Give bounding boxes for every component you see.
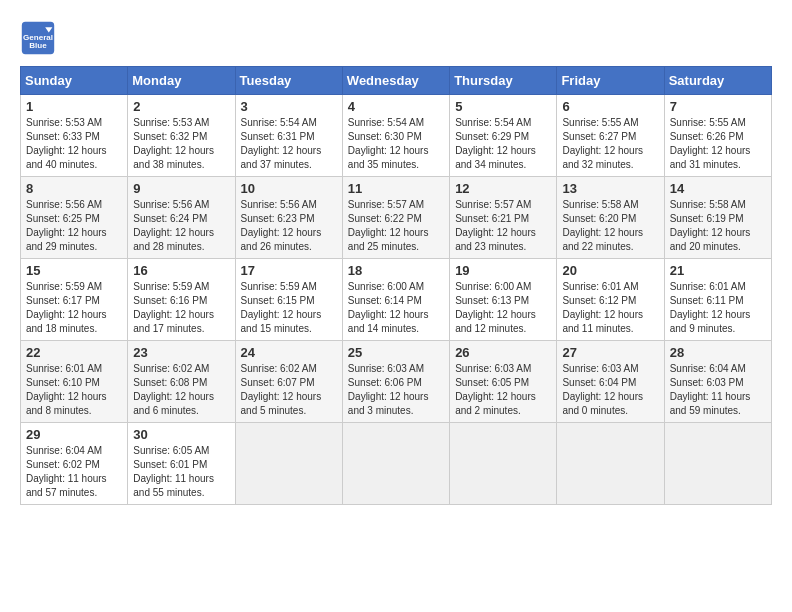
day-number: 13: [562, 181, 658, 196]
day-number: 15: [26, 263, 122, 278]
day-info: Sunrise: 5:56 AMSunset: 6:25 PMDaylight:…: [26, 198, 122, 254]
calendar-cell: 1Sunrise: 5:53 AMSunset: 6:33 PMDaylight…: [21, 95, 128, 177]
day-info: Sunrise: 6:00 AMSunset: 6:14 PMDaylight:…: [348, 280, 444, 336]
day-info: Sunrise: 5:58 AMSunset: 6:20 PMDaylight:…: [562, 198, 658, 254]
logo-icon: General Blue: [20, 20, 56, 56]
day-number: 26: [455, 345, 551, 360]
calendar-cell: 29Sunrise: 6:04 AMSunset: 6:02 PMDayligh…: [21, 423, 128, 505]
day-info: Sunrise: 6:01 AMSunset: 6:10 PMDaylight:…: [26, 362, 122, 418]
calendar-cell: 15Sunrise: 5:59 AMSunset: 6:17 PMDayligh…: [21, 259, 128, 341]
calendar-week-row: 15Sunrise: 5:59 AMSunset: 6:17 PMDayligh…: [21, 259, 772, 341]
calendar-cell: 3Sunrise: 5:54 AMSunset: 6:31 PMDaylight…: [235, 95, 342, 177]
day-info: Sunrise: 5:59 AMSunset: 6:17 PMDaylight:…: [26, 280, 122, 336]
day-info: Sunrise: 5:54 AMSunset: 6:30 PMDaylight:…: [348, 116, 444, 172]
column-header-thursday: Thursday: [450, 67, 557, 95]
page-header: General Blue: [20, 20, 772, 56]
column-header-friday: Friday: [557, 67, 664, 95]
calendar-cell: 21Sunrise: 6:01 AMSunset: 6:11 PMDayligh…: [664, 259, 771, 341]
column-header-monday: Monday: [128, 67, 235, 95]
day-number: 23: [133, 345, 229, 360]
calendar-cell: 14Sunrise: 5:58 AMSunset: 6:19 PMDayligh…: [664, 177, 771, 259]
day-info: Sunrise: 5:56 AMSunset: 6:24 PMDaylight:…: [133, 198, 229, 254]
day-number: 22: [26, 345, 122, 360]
calendar-cell: [664, 423, 771, 505]
calendar-cell: 10Sunrise: 5:56 AMSunset: 6:23 PMDayligh…: [235, 177, 342, 259]
day-number: 14: [670, 181, 766, 196]
day-number: 21: [670, 263, 766, 278]
calendar-cell: 22Sunrise: 6:01 AMSunset: 6:10 PMDayligh…: [21, 341, 128, 423]
day-number: 17: [241, 263, 337, 278]
calendar-cell: 17Sunrise: 5:59 AMSunset: 6:15 PMDayligh…: [235, 259, 342, 341]
day-info: Sunrise: 6:05 AMSunset: 6:01 PMDaylight:…: [133, 444, 229, 500]
calendar-week-row: 22Sunrise: 6:01 AMSunset: 6:10 PMDayligh…: [21, 341, 772, 423]
day-number: 28: [670, 345, 766, 360]
calendar-cell: 11Sunrise: 5:57 AMSunset: 6:22 PMDayligh…: [342, 177, 449, 259]
calendar-cell: 28Sunrise: 6:04 AMSunset: 6:03 PMDayligh…: [664, 341, 771, 423]
day-number: 30: [133, 427, 229, 442]
day-info: Sunrise: 5:54 AMSunset: 6:31 PMDaylight:…: [241, 116, 337, 172]
day-number: 29: [26, 427, 122, 442]
column-header-tuesday: Tuesday: [235, 67, 342, 95]
day-info: Sunrise: 6:03 AMSunset: 6:04 PMDaylight:…: [562, 362, 658, 418]
day-number: 24: [241, 345, 337, 360]
day-number: 18: [348, 263, 444, 278]
day-info: Sunrise: 5:53 AMSunset: 6:32 PMDaylight:…: [133, 116, 229, 172]
day-info: Sunrise: 5:53 AMSunset: 6:33 PMDaylight:…: [26, 116, 122, 172]
day-info: Sunrise: 6:03 AMSunset: 6:06 PMDaylight:…: [348, 362, 444, 418]
calendar-cell: 25Sunrise: 6:03 AMSunset: 6:06 PMDayligh…: [342, 341, 449, 423]
day-number: 19: [455, 263, 551, 278]
calendar-cell: 8Sunrise: 5:56 AMSunset: 6:25 PMDaylight…: [21, 177, 128, 259]
day-info: Sunrise: 5:57 AMSunset: 6:22 PMDaylight:…: [348, 198, 444, 254]
day-info: Sunrise: 6:03 AMSunset: 6:05 PMDaylight:…: [455, 362, 551, 418]
calendar-cell: 16Sunrise: 5:59 AMSunset: 6:16 PMDayligh…: [128, 259, 235, 341]
calendar-cell: 30Sunrise: 6:05 AMSunset: 6:01 PMDayligh…: [128, 423, 235, 505]
calendar-cell: 13Sunrise: 5:58 AMSunset: 6:20 PMDayligh…: [557, 177, 664, 259]
calendar-cell: [450, 423, 557, 505]
calendar-cell: 27Sunrise: 6:03 AMSunset: 6:04 PMDayligh…: [557, 341, 664, 423]
column-header-saturday: Saturday: [664, 67, 771, 95]
calendar-week-row: 29Sunrise: 6:04 AMSunset: 6:02 PMDayligh…: [21, 423, 772, 505]
day-info: Sunrise: 5:57 AMSunset: 6:21 PMDaylight:…: [455, 198, 551, 254]
day-number: 11: [348, 181, 444, 196]
calendar-cell: 9Sunrise: 5:56 AMSunset: 6:24 PMDaylight…: [128, 177, 235, 259]
calendar-header-row: SundayMondayTuesdayWednesdayThursdayFrid…: [21, 67, 772, 95]
day-info: Sunrise: 6:04 AMSunset: 6:03 PMDaylight:…: [670, 362, 766, 418]
day-info: Sunrise: 6:02 AMSunset: 6:07 PMDaylight:…: [241, 362, 337, 418]
day-number: 5: [455, 99, 551, 114]
calendar-cell: 24Sunrise: 6:02 AMSunset: 6:07 PMDayligh…: [235, 341, 342, 423]
day-number: 27: [562, 345, 658, 360]
calendar-cell: [235, 423, 342, 505]
calendar-cell: [342, 423, 449, 505]
day-number: 25: [348, 345, 444, 360]
day-number: 10: [241, 181, 337, 196]
day-number: 1: [26, 99, 122, 114]
day-number: 8: [26, 181, 122, 196]
day-info: Sunrise: 6:04 AMSunset: 6:02 PMDaylight:…: [26, 444, 122, 500]
day-number: 20: [562, 263, 658, 278]
day-number: 2: [133, 99, 229, 114]
calendar-cell: 4Sunrise: 5:54 AMSunset: 6:30 PMDaylight…: [342, 95, 449, 177]
day-number: 16: [133, 263, 229, 278]
calendar-week-row: 8Sunrise: 5:56 AMSunset: 6:25 PMDaylight…: [21, 177, 772, 259]
day-info: Sunrise: 5:55 AMSunset: 6:27 PMDaylight:…: [562, 116, 658, 172]
column-header-sunday: Sunday: [21, 67, 128, 95]
day-info: Sunrise: 5:55 AMSunset: 6:26 PMDaylight:…: [670, 116, 766, 172]
day-info: Sunrise: 5:54 AMSunset: 6:29 PMDaylight:…: [455, 116, 551, 172]
day-number: 3: [241, 99, 337, 114]
logo: General Blue: [20, 20, 60, 56]
calendar-table: SundayMondayTuesdayWednesdayThursdayFrid…: [20, 66, 772, 505]
calendar-cell: [557, 423, 664, 505]
day-number: 6: [562, 99, 658, 114]
column-header-wednesday: Wednesday: [342, 67, 449, 95]
calendar-cell: 19Sunrise: 6:00 AMSunset: 6:13 PMDayligh…: [450, 259, 557, 341]
day-info: Sunrise: 6:02 AMSunset: 6:08 PMDaylight:…: [133, 362, 229, 418]
day-info: Sunrise: 5:56 AMSunset: 6:23 PMDaylight:…: [241, 198, 337, 254]
calendar-cell: 20Sunrise: 6:01 AMSunset: 6:12 PMDayligh…: [557, 259, 664, 341]
svg-text:Blue: Blue: [29, 41, 47, 50]
day-info: Sunrise: 5:59 AMSunset: 6:16 PMDaylight:…: [133, 280, 229, 336]
calendar-cell: 18Sunrise: 6:00 AMSunset: 6:14 PMDayligh…: [342, 259, 449, 341]
calendar-cell: 6Sunrise: 5:55 AMSunset: 6:27 PMDaylight…: [557, 95, 664, 177]
day-number: 9: [133, 181, 229, 196]
day-number: 7: [670, 99, 766, 114]
calendar-week-row: 1Sunrise: 5:53 AMSunset: 6:33 PMDaylight…: [21, 95, 772, 177]
